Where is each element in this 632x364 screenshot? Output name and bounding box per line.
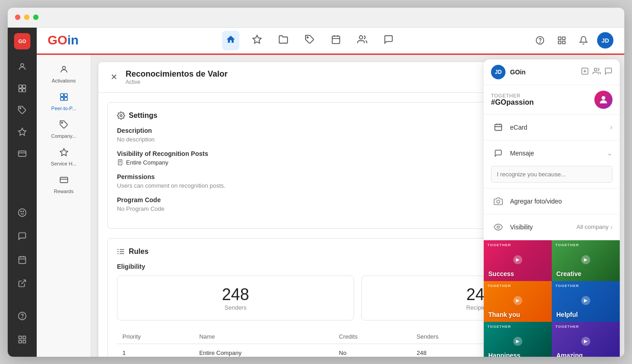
message-icon: [491, 146, 506, 160]
sidebar-item-help-bottom[interactable]: [12, 306, 32, 326]
widget-add-icon[interactable]: [581, 67, 589, 77]
panel-close-button[interactable]: ✕: [107, 71, 120, 83]
sidebar-item-dashboard[interactable]: [12, 78, 32, 98]
nav-tag[interactable]: [301, 31, 318, 50]
svg-point-29: [360, 35, 363, 39]
svg-rect-22: [23, 340, 26, 343]
nav-home[interactable]: [222, 31, 239, 50]
sec-sidebar-peer[interactable]: Peer-to-P...: [37, 88, 91, 116]
sidebar-item-chat[interactable]: [12, 226, 32, 246]
photo-row[interactable]: Agregar foto/video: [484, 189, 620, 214]
ecard-happiness-play: ▶: [513, 337, 522, 346]
svg-point-24: [307, 37, 308, 38]
ecard-success[interactable]: TOGETHER ▶ Success: [484, 240, 552, 281]
svg-point-41: [61, 122, 63, 123]
svg-rect-39: [60, 97, 63, 100]
message-input[interactable]: [491, 166, 613, 183]
sec-sidebar-service[interactable]: Service H...: [37, 143, 91, 171]
help-button[interactable]: [532, 32, 548, 49]
browser-dot-red[interactable]: [15, 15, 20, 20]
ecard-thankyou-badge: TOGETHER: [487, 284, 511, 288]
ecard-creative-play: ▶: [581, 255, 590, 264]
senders-stat: 248 Senders: [117, 276, 354, 320]
message-header[interactable]: Mensaje ⌄: [484, 141, 620, 166]
ecard-thankyou-label: Thank you: [488, 311, 520, 318]
ecard-happiness-badge: TOGETHER: [487, 325, 511, 329]
main-area: GOin: [37, 28, 624, 357]
content-row: Activations Peer-to-P... Company...: [37, 55, 624, 357]
sidebar-logo: GO: [14, 33, 30, 49]
ecard-amazing-label: Amazing: [556, 352, 583, 357]
ecard-creative-label: Creative: [556, 270, 581, 277]
nav-folder[interactable]: [275, 31, 292, 50]
visibility-row[interactable]: Visibility All company ›: [484, 214, 620, 240]
svg-marker-6: [19, 128, 26, 135]
sidebar-item-emoji[interactable]: [12, 203, 32, 223]
message-label: Mensaje: [510, 150, 607, 157]
svg-point-62: [594, 68, 597, 71]
browser-dot-green[interactable]: [33, 15, 39, 20]
svg-line-16: [21, 280, 25, 284]
recognition-widget: JD GOin: [484, 59, 620, 357]
ecard-happiness[interactable]: TOGETHER ▶ Happiness: [484, 322, 552, 357]
svg-point-10: [21, 211, 22, 212]
ecard-creative[interactable]: TOGETHER ▶ Creative: [552, 240, 620, 281]
ecard-happiness-label: Happiness: [488, 352, 520, 357]
svg-point-65: [497, 200, 500, 203]
sidebar-item-service[interactable]: [12, 122, 32, 142]
svg-rect-12: [19, 257, 26, 263]
svg-rect-32: [559, 37, 561, 40]
sidebar-item-rewards[interactable]: [12, 144, 32, 164]
svg-rect-21: [19, 340, 22, 343]
nav-calendar[interactable]: [327, 31, 345, 50]
ecard-row[interactable]: eCard ›: [484, 115, 620, 141]
ecard-arrow-icon: ›: [610, 123, 613, 131]
bell-button[interactable]: [575, 32, 592, 49]
photo-label: Agregar foto/video: [510, 198, 562, 205]
row-credits: No: [334, 344, 411, 357]
sidebar-item-calendar[interactable]: [12, 250, 32, 270]
ecard-label: eCard: [510, 124, 610, 131]
ecard-thankyou-play: ▶: [513, 296, 522, 305]
sec-sidebar-company[interactable]: Company...: [37, 116, 91, 143]
message-section: Mensaje ⌄: [484, 141, 620, 189]
svg-point-36: [62, 66, 65, 69]
grid-button[interactable]: [554, 32, 570, 49]
sidebar-item-activations[interactable]: [12, 57, 32, 77]
message-chevron-icon: ⌄: [607, 149, 613, 157]
together-content: Together #GOpassion: [491, 93, 589, 107]
service-icon: [59, 148, 68, 159]
nav-star[interactable]: [248, 31, 266, 50]
rules-title: Rules: [117, 248, 149, 256]
sec-sidebar-rewards[interactable]: Rewards: [37, 171, 91, 199]
rules-title-text: Rules: [129, 248, 149, 256]
sec-sidebar-activations-label: Activations: [52, 78, 76, 83]
sidebar-item-external[interactable]: [12, 273, 32, 293]
sidebar-item-company[interactable]: [12, 100, 32, 120]
ecard-helpful[interactable]: TOGETHER ▶ Helpful: [552, 281, 620, 322]
ecard-amazing[interactable]: TOGETHER ▶ Amazing: [552, 322, 620, 357]
nav-people[interactable]: [354, 31, 371, 50]
sidebar-bottom: [12, 203, 32, 351]
svg-rect-38: [64, 93, 67, 97]
browser-dot-yellow[interactable]: [24, 15, 29, 20]
sec-sidebar-peer-label: Peer-to-P...: [51, 106, 76, 111]
sec-sidebar-activations[interactable]: Activations: [37, 60, 91, 88]
visibility-row-label: Visibility: [510, 223, 577, 231]
widget-chat-icon[interactable]: [604, 67, 613, 77]
nav-chat[interactable]: [380, 31, 397, 50]
widget-people-icon[interactable]: [593, 67, 601, 77]
activations-icon: [59, 65, 68, 76]
svg-marker-42: [60, 148, 68, 155]
svg-rect-1: [19, 85, 22, 88]
panel-area: ✕ Reconocimientos de Valor Active Activa…: [91, 55, 624, 357]
user-avatar[interactable]: JD: [597, 32, 613, 49]
senders-count: 248: [126, 285, 345, 304]
ecard-thankyou[interactable]: TOGETHER ▶ Thank you: [484, 281, 552, 322]
ecard-amazing-play: ▶: [581, 337, 590, 346]
sidebar-item-grid-bottom[interactable]: [12, 330, 32, 349]
together-avatar: [594, 91, 613, 109]
visibility-arrow-icon: ›: [610, 223, 613, 231]
visibility-row-value: All company: [577, 223, 609, 230]
widget-user-avatar: JD: [491, 65, 506, 79]
